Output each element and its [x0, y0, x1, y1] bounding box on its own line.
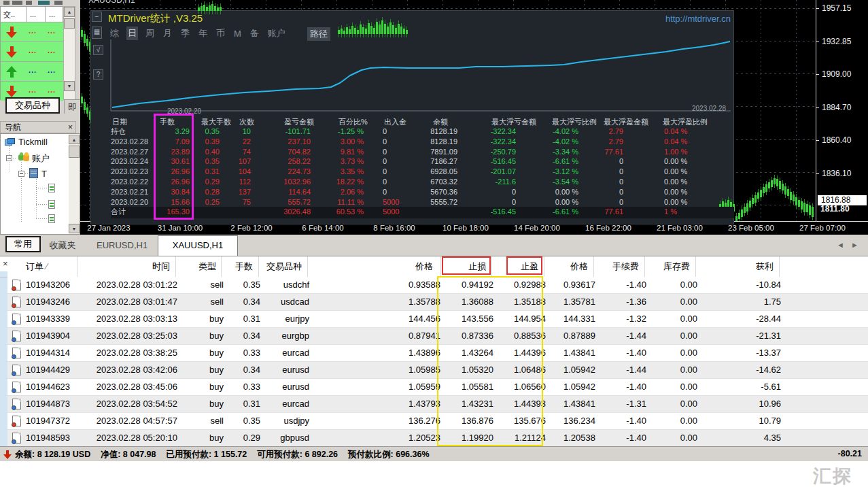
- chart-symbol-label: XAUUSD,H1: [88, 0, 135, 5]
- tab-symbols[interactable]: 交易品种: [5, 97, 60, 114]
- order-cell-3: 0.31: [243, 314, 260, 324]
- scroll-up-icon[interactable]: ▲: [64, 7, 75, 17]
- time-axis-label: 27 Jan 2023: [87, 224, 130, 232]
- candle-body: [84, 102, 86, 110]
- candle-body: [776, 179, 778, 186]
- navigator-close-icon[interactable]: ×: [68, 122, 73, 133]
- stats-col-header: 最大手数: [201, 117, 231, 127]
- candle-body: [787, 189, 789, 196]
- orders-col-8[interactable]: 价格: [570, 261, 588, 273]
- stats-cell: 5670.36: [402, 187, 460, 197]
- chart-file-icon[interactable]: [48, 200, 55, 209]
- navigator-tree[interactable]: Tickmill 账户 T: [0, 133, 80, 235]
- order-buy-icon: [12, 348, 21, 358]
- order-cell-8: 1.43841: [563, 399, 595, 409]
- stats-cell: 0.04 %: [626, 127, 691, 137]
- orders-col-3[interactable]: 手数: [235, 261, 253, 273]
- tab-scroll-left-icon[interactable]: ◄: [837, 241, 844, 249]
- candle-body: [782, 184, 784, 190]
- tree-item-broker[interactable]: Tickmill: [18, 137, 48, 147]
- candle-body: [752, 198, 754, 204]
- market-watch-row[interactable]: ......: [1, 61, 64, 81]
- candle-body: [746, 203, 748, 212]
- candle-body: [774, 178, 776, 184]
- order-type-dot: [12, 320, 16, 325]
- order-cell-10: 0.00: [680, 399, 697, 409]
- orders-col-0[interactable]: 订单 ∕: [26, 261, 48, 273]
- order-type-dot: [12, 439, 16, 444]
- price-axis[interactable]: 1816.88 1811.80 1957.151932.851909.00188…: [816, 0, 868, 221]
- arrow-head: [6, 91, 17, 97]
- order-cell-10: 0.00: [680, 365, 697, 375]
- market-watch-row[interactable]: ......: [1, 22, 64, 41]
- tab-scroll-right-icon[interactable]: ►: [851, 241, 858, 249]
- stats-cell: -250.79: [460, 147, 519, 157]
- tree-item-accounts[interactable]: 账户: [32, 152, 50, 165]
- chart-file-icon[interactable]: [48, 214, 55, 223]
- order-cell-9: -1.31: [626, 399, 646, 409]
- arrow-head: [6, 66, 17, 72]
- scroll-down-icon[interactable]: ▼: [64, 81, 75, 91]
- candle-body: [801, 201, 803, 209]
- chart-tab-eurusd[interactable]: EURUSD,H1: [97, 240, 147, 250]
- orders-col-11[interactable]: 获利: [756, 261, 774, 273]
- order-type-dot: [12, 337, 16, 342]
- stats-cell: 0.40: [192, 147, 222, 157]
- gridline: [80, 8, 816, 9]
- stats-cell: -101.71: [254, 127, 313, 137]
- orders-col-2[interactable]: 类型: [198, 261, 216, 273]
- tab-favorites[interactable]: 收藏夹: [44, 239, 82, 252]
- scroll-up-icon[interactable]: ▲: [69, 135, 80, 144]
- navigator-scrollbar[interactable]: ▲ ▼: [69, 135, 80, 234]
- sort-ascending-icon: ∕: [46, 261, 48, 271]
- order-cell-1: 2023.02.28 03:25:03: [97, 331, 177, 341]
- scrollbar-thumb[interactable]: [69, 146, 80, 158]
- candle-body: [803, 203, 805, 212]
- stats-cell: 2023.02.23: [111, 167, 157, 177]
- order-buy-icon: [12, 314, 21, 324]
- time-axis-label: 2 Feb 12:00: [230, 224, 272, 232]
- stats-cell: -4.02 %: [519, 127, 581, 137]
- stats-cell: [222, 207, 254, 217]
- candle-body: [812, 207, 814, 217]
- market-watch-row[interactable]: ......: [1, 41, 64, 61]
- tree-item-account-server[interactable]: T: [41, 169, 47, 179]
- tree-collapse-icon[interactable]: [6, 155, 12, 161]
- stats-cell: -1.25 %: [313, 127, 366, 137]
- stats-cell: 704.82: [254, 147, 313, 157]
- order-cell-5: 1.20523: [409, 433, 440, 443]
- orders-col-4[interactable]: 交易品种: [266, 261, 302, 273]
- stats-cell: -201.07: [460, 167, 519, 177]
- scrollbar-thumb[interactable]: [64, 18, 75, 29]
- tab-tick-chart[interactable]: 即: [64, 99, 80, 114]
- stats-cell: 0: [366, 137, 402, 147]
- terminal-close-icon[interactable]: ×: [3, 258, 8, 269]
- order-cell-3: 0.35: [243, 416, 260, 426]
- tab-common[interactable]: 常用: [5, 236, 41, 252]
- lots-column-highlight-box: [154, 114, 194, 220]
- tree-collapse-icon[interactable]: [18, 171, 24, 177]
- chart-file-icon[interactable]: [48, 184, 55, 192]
- chart-tab-xauusd[interactable]: XAUUSD,H1: [158, 235, 238, 256]
- scroll-down-icon[interactable]: ▼: [69, 224, 80, 233]
- quote-value: ...: [29, 86, 37, 94]
- market-watch-scrollbar[interactable]: ▲ ▼: [63, 6, 75, 100]
- doc-fold: [18, 416, 21, 419]
- order-cell-0: 101943339: [26, 314, 70, 324]
- orders-col-5[interactable]: 价格: [415, 261, 433, 273]
- orders-col-9[interactable]: 手续费: [612, 261, 639, 273]
- candle-body: [81, 97, 83, 103]
- order-cell-9: -1.40: [626, 280, 646, 290]
- orders-col-1[interactable]: 时间: [152, 261, 170, 273]
- stats-col-header: 最大浮盈比例: [663, 117, 708, 127]
- price-tick: [816, 140, 819, 141]
- market-watch-table[interactable]: 交.. ... ... ........................: [0, 6, 63, 100]
- orders-col-10[interactable]: 库存费: [663, 261, 690, 273]
- stats-cell: 2.79: [581, 127, 626, 137]
- order-cell-9: -1.40: [626, 433, 646, 443]
- order-cell-1: 2023.02.28 04:57:57: [97, 416, 177, 426]
- up-arrow-icon: [6, 66, 18, 78]
- order-cell-10: 0.00: [680, 280, 697, 290]
- stats-cell: 0.35: [192, 156, 222, 167]
- stats-cell: 9.81 %: [313, 147, 366, 157]
